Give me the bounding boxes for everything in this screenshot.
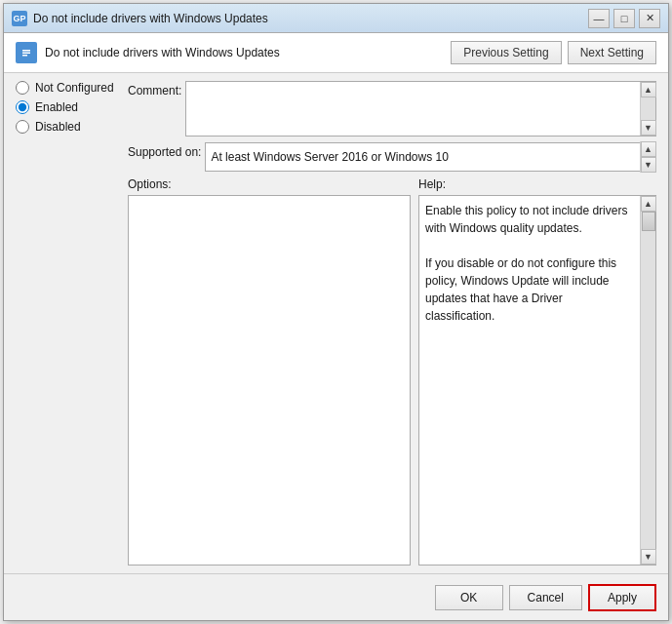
minimize-button[interactable]: —	[588, 9, 610, 28]
ok-button[interactable]: OK	[435, 585, 503, 610]
supported-label: Supported on:	[128, 142, 201, 159]
svg-rect-1	[22, 50, 30, 52]
left-options: Not Configured Enabled Disabled	[16, 81, 128, 566]
header-left: Do not include drivers with Windows Upda…	[16, 42, 280, 63]
window-title: Do not include drivers with Windows Upda…	[33, 12, 268, 25]
svg-rect-2	[22, 53, 30, 55]
comment-scroll-track	[641, 98, 655, 120]
options-content	[129, 196, 410, 565]
supported-scroll-down[interactable]: ▼	[641, 157, 656, 173]
maximize-button[interactable]: □	[613, 9, 635, 28]
comment-scroll-down[interactable]: ▼	[641, 120, 656, 136]
comment-row: Comment: ▲ ▼	[128, 81, 656, 136]
radio-not-configured[interactable]: Not Configured	[16, 81, 133, 95]
help-text-1: Enable this policy to not include driver…	[425, 202, 634, 237]
close-button[interactable]: ✕	[639, 9, 660, 28]
help-scroll-up[interactable]: ▲	[641, 196, 656, 212]
main-window: GP Do not include drivers with Windows U…	[3, 3, 669, 621]
supported-field: At least Windows Server 2016 or Windows …	[205, 142, 656, 172]
help-panel: Enable this policy to not include driver…	[418, 195, 656, 566]
options-label: Options:	[128, 177, 411, 191]
header-policy-title: Do not include drivers with Windows Upda…	[45, 46, 280, 59]
comment-field: ▲ ▼	[185, 81, 656, 136]
help-scrollbar: ▲ ▼	[640, 196, 655, 565]
radio-group: Not Configured Enabled Disabled	[16, 81, 133, 134]
radio-not-configured-input[interactable]	[16, 81, 29, 95]
policy-svg-icon	[20, 46, 33, 59]
options-panel	[128, 195, 411, 566]
comment-scroll-up[interactable]: ▲	[641, 82, 656, 98]
title-bar-left: GP Do not include drivers with Windows U…	[12, 11, 268, 26]
help-section: Help: Enable this policy to not include …	[418, 177, 656, 566]
comment-textarea[interactable]	[186, 82, 640, 136]
radio-not-configured-label: Not Configured	[35, 81, 114, 95]
previous-setting-button[interactable]: Previous Setting	[451, 41, 561, 64]
help-scroll-down[interactable]: ▼	[641, 549, 656, 565]
main-content: Not Configured Enabled Disabled Comment:	[4, 73, 668, 573]
comment-scrollbar: ▲ ▼	[640, 82, 655, 136]
radio-disabled[interactable]: Disabled	[16, 120, 133, 134]
policy-icon	[16, 42, 37, 63]
help-content: Enable this policy to not include driver…	[419, 196, 640, 565]
radio-enabled-input[interactable]	[16, 100, 29, 114]
supported-scrollbar: ▲ ▼	[640, 141, 655, 173]
radio-enabled-label: Enabled	[35, 100, 78, 114]
svg-rect-3	[22, 55, 27, 57]
title-bar: GP Do not include drivers with Windows U…	[4, 4, 668, 33]
title-controls: — □ ✕	[588, 9, 660, 28]
radio-disabled-input[interactable]	[16, 120, 29, 134]
bottom-bar: OK Cancel Apply	[4, 573, 668, 620]
radio-enabled[interactable]: Enabled	[16, 100, 133, 114]
cancel-button[interactable]: Cancel	[509, 585, 582, 610]
next-setting-button[interactable]: Next Setting	[568, 41, 656, 64]
help-label: Help:	[418, 177, 656, 191]
help-scroll-thumb	[642, 212, 655, 231]
apply-button[interactable]: Apply	[588, 584, 656, 611]
right-main: Comment: ▲ ▼ Supported on: At least Wind…	[128, 81, 656, 566]
window-icon: GP	[12, 11, 27, 26]
help-options-area: Options: Help: Enable this policy to not…	[128, 177, 656, 566]
header-section: Do not include drivers with Windows Upda…	[4, 33, 668, 73]
help-scroll-track	[641, 212, 655, 549]
supported-scroll-up[interactable]: ▲	[641, 141, 656, 157]
supported-row: Supported on: At least Windows Server 20…	[128, 142, 656, 172]
help-text-2: If you disable or do not configure this …	[425, 254, 634, 325]
options-section: Options:	[128, 177, 411, 566]
comment-label: Comment:	[128, 81, 181, 98]
radio-disabled-label: Disabled	[35, 120, 81, 134]
header-buttons: Previous Setting Next Setting	[451, 41, 656, 64]
supported-value: At least Windows Server 2016 or Windows …	[206, 147, 640, 167]
